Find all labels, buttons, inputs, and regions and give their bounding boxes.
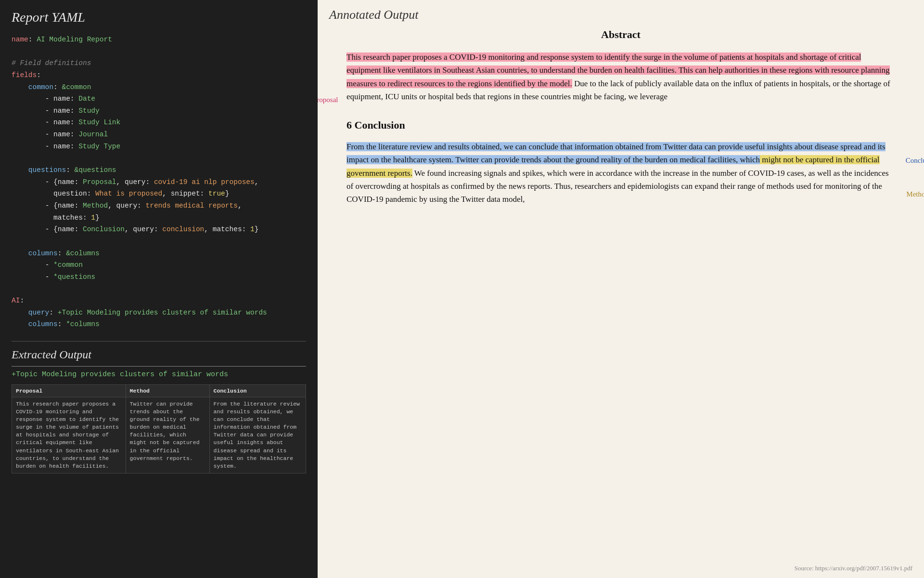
abstract-container: Proposal This research paper proposes a …: [346, 51, 895, 103]
method-label: Method: [906, 188, 924, 200]
yaml-q1a: - {name: Proposal, query: covid-19 ai nl…: [12, 176, 306, 188]
yaml-ai-columns: columns: *columns: [12, 318, 306, 330]
divider: [12, 366, 306, 367]
yaml-blank2: [12, 152, 306, 164]
col-proposal: Proposal: [12, 385, 126, 397]
right-header: Annotated Output: [318, 0, 924, 26]
yaml-name-journal: - name: Journal: [12, 129, 306, 141]
left-panel-title: Report YAML: [12, 10, 306, 25]
conclusion-section: 6 Conclusion Conclusion Method From the …: [346, 117, 895, 206]
conclusion-text: From the literature review and results o…: [346, 140, 895, 206]
yaml-col-questions: - *questions: [12, 271, 306, 283]
cell-proposal: This research paper proposes a COVID-19 …: [12, 397, 126, 473]
abstract-highlighted: This research paper proposes a COVID-19 …: [346, 53, 890, 88]
proposal-label: Proposal: [318, 94, 338, 105]
right-panel: Annotated Output Abstract Proposal This …: [318, 0, 924, 578]
yaml-questions: questions: &questions: [12, 164, 306, 176]
yaml-name-date: - name: Date: [12, 93, 306, 105]
extracted-section: Extracted Output +Topic Modeling provide…: [12, 341, 306, 473]
results-table: Proposal Method Conclusion This research…: [12, 384, 306, 473]
left-panel: Report YAML name: AI Modeling Report # F…: [0, 0, 318, 578]
yaml-q3: - {name: Conclusion, query: conclusion, …: [12, 223, 306, 236]
yaml-comment: # Field definitions: [12, 57, 306, 69]
yaml-name-studylink: - name: Study Link: [12, 117, 306, 129]
yaml-ai-query: query: +Topic Modeling provides clusters…: [12, 307, 306, 319]
abstract-text: This research paper proposes a COVID-19 …: [346, 51, 895, 103]
conclusion-container: Conclusion Method From the literature re…: [346, 140, 895, 206]
table-header-row: Proposal Method Conclusion: [12, 385, 306, 397]
cell-method: Twitter can provide trends about the gro…: [126, 397, 209, 473]
conclusion-label: Conclusion: [906, 155, 924, 166]
yaml-q2b: matches: 1}: [12, 212, 306, 224]
yaml-col-common: - *common: [12, 259, 306, 271]
source-note: Source: https://arxiv.org/pdf/2007.15619…: [795, 565, 912, 572]
yaml-columns: columns: &columns: [12, 248, 306, 260]
conclusion-heading: 6 Conclusion: [346, 117, 895, 133]
yaml-common: common: &common: [12, 81, 306, 93]
yaml-q1b: question: What is proposed, snippet: tru…: [12, 188, 306, 200]
paper-content: Abstract Proposal This research paper pr…: [318, 26, 924, 215]
yaml-ai: AI:: [12, 295, 306, 307]
table-row: This research paper proposes a COVID-19 …: [12, 397, 306, 473]
yaml-name-studytype: - name: Study Type: [12, 141, 306, 153]
yaml-blank4: [12, 283, 306, 295]
cell-conclusion: From the literature review and results o…: [209, 397, 306, 473]
yaml-fields: fields:: [12, 69, 306, 81]
col-conclusion: Conclusion: [209, 385, 306, 397]
yaml-name-study: - name: Study: [12, 105, 306, 117]
abstract-title: Abstract: [346, 26, 895, 43]
yaml-q2: - {name: Method, query: trends medical r…: [12, 200, 306, 212]
extracted-query: +Topic Modeling provides clusters of sim…: [12, 370, 306, 379]
col-method: Method: [126, 385, 209, 397]
extracted-title: Extracted Output: [12, 348, 306, 361]
yaml-blank3: [12, 236, 306, 248]
yaml-blank1: [12, 46, 306, 58]
yaml-name-line: name: AI Modeling Report: [12, 34, 306, 46]
yaml-content: name: AI Modeling Report # Field definit…: [12, 34, 306, 330]
